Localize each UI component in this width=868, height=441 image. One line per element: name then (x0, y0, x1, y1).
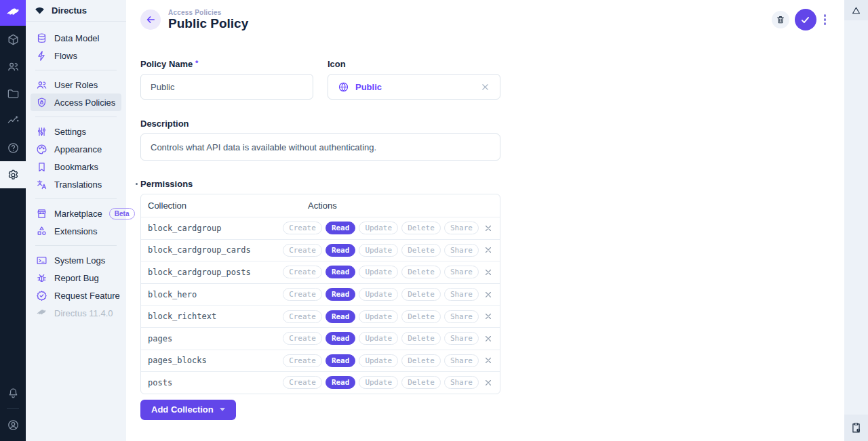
sidebar-item-data-model[interactable]: Data Model (31, 29, 121, 47)
beta-badge: Beta (109, 208, 135, 219)
remove-row-icon[interactable] (484, 312, 493, 321)
sidebar-item-translations[interactable]: Translations (31, 175, 121, 193)
action-chip-update[interactable]: Update (359, 244, 398, 257)
action-chip-update[interactable]: Update (359, 332, 398, 345)
action-chip-update[interactable]: Update (359, 376, 398, 389)
action-chip-share[interactable]: Share (444, 244, 479, 257)
action-chip-delete[interactable]: Delete (401, 310, 441, 323)
breadcrumb[interactable]: Access Policies (168, 9, 248, 16)
globe-icon (338, 81, 349, 93)
clipboard-clock-icon (850, 422, 862, 434)
remove-row-icon[interactable] (484, 224, 493, 233)
remove-row-icon[interactable] (484, 290, 493, 299)
action-chip-delete[interactable]: Delete (401, 266, 441, 278)
action-chip-share[interactable]: Share (444, 354, 479, 367)
action-chip-delete[interactable]: Delete (401, 376, 441, 389)
action-chip-read[interactable]: Read (326, 222, 356, 234)
notifications-button[interactable] (0, 379, 26, 406)
module-users[interactable] (0, 53, 26, 80)
database-icon (35, 32, 47, 44)
action-chip-create[interactable]: Create (283, 288, 322, 301)
more-options-button[interactable] (822, 12, 829, 28)
action-chip-read[interactable]: Read (326, 354, 356, 367)
action-chip-create[interactable]: Create (283, 376, 322, 389)
action-chip-update[interactable]: Update (359, 310, 398, 323)
module-insights[interactable] (0, 107, 26, 134)
action-chip-update[interactable]: Update (359, 266, 398, 278)
action-chip-update[interactable]: Update (359, 288, 398, 301)
action-chip-read[interactable]: Read (326, 288, 356, 301)
action-chip-read[interactable]: Read (326, 244, 356, 257)
sidebar-item-appearance[interactable]: Appearance (31, 140, 121, 158)
save-button[interactable] (795, 9, 816, 30)
action-chip-share[interactable]: Share (444, 288, 479, 301)
action-chip-share[interactable]: Share (444, 332, 479, 345)
sidebar-item-request-feature[interactable]: Request Feature (31, 287, 121, 304)
remove-row-icon[interactable] (484, 334, 493, 343)
icon-input[interactable]: Public (328, 74, 500, 100)
action-chip-create[interactable]: Create (283, 332, 322, 345)
action-chip-create[interactable]: Create (283, 266, 322, 278)
action-chip-read[interactable]: Read (326, 266, 356, 278)
description-input[interactable]: Controls what API data is available with… (140, 133, 500, 161)
sidebar-item-label: Flows (54, 51, 77, 61)
sidebar-item-marketplace[interactable]: Marketplace Beta (31, 205, 121, 222)
sidebar-item-extensions[interactable]: Extensions (31, 222, 121, 240)
policy-name-value: Public (151, 82, 174, 92)
sidebar-item-label: Request Feature (54, 291, 120, 301)
folder-icon (7, 87, 20, 100)
sidebar-section-toggle[interactable] (844, 0, 868, 20)
sidebar-item-report-bug[interactable]: Report Bug (31, 269, 121, 287)
sidebar-item-user-roles[interactable]: User Roles (31, 76, 121, 93)
action-chip-delete[interactable]: Delete (401, 354, 441, 367)
action-chip-create[interactable]: Create (283, 222, 322, 234)
action-chip-delete[interactable]: Delete (401, 244, 441, 257)
action-chip-share[interactable]: Share (444, 376, 479, 389)
main-content: Access Policies Public Policy (126, 0, 844, 441)
policy-name-input[interactable]: Public (140, 74, 313, 100)
action-chip-create[interactable]: Create (283, 310, 322, 323)
sidebar-item-access-policies[interactable]: Access Policies (31, 93, 121, 111)
action-chip-update[interactable]: Update (359, 222, 398, 234)
action-chip-delete[interactable]: Delete (401, 222, 441, 234)
action-chip-create[interactable]: Create (283, 354, 322, 367)
sidebar-item-flows[interactable]: Flows (31, 47, 121, 64)
project-chooser[interactable]: Directus (26, 0, 126, 22)
clear-icon-button[interactable] (480, 82, 490, 92)
action-chip-delete[interactable]: Delete (401, 288, 441, 301)
version-label: Directus 11.4.0 (54, 308, 113, 318)
module-content[interactable] (0, 26, 26, 53)
action-chip-create[interactable]: Create (283, 244, 322, 257)
sidebar-item-bookmarks[interactable]: Bookmarks (31, 158, 121, 175)
sidebar-item-system-logs[interactable]: System Logs (31, 251, 121, 269)
remove-row-icon[interactable] (484, 268, 493, 277)
sidebar-item-settings[interactable]: Settings (31, 123, 121, 140)
action-chip-delete[interactable]: Delete (401, 332, 441, 345)
action-chip-share[interactable]: Share (444, 222, 479, 234)
activity-drawer-button[interactable] (844, 415, 868, 441)
nav-sidebar: Directus Data Model Flows User Roles A (26, 0, 126, 441)
action-chip-update[interactable]: Update (359, 354, 398, 367)
back-button[interactable] (140, 9, 161, 30)
module-docs[interactable] (0, 134, 26, 161)
triangle-icon (850, 5, 862, 16)
action-chip-share[interactable]: Share (444, 266, 479, 278)
action-chip-read[interactable]: Read (326, 332, 356, 345)
add-collection-button[interactable]: Add Collection (140, 400, 236, 420)
rabbit-icon (5, 5, 20, 20)
module-files[interactable] (0, 80, 26, 107)
directus-logo[interactable] (0, 0, 26, 26)
remove-row-icon[interactable] (484, 356, 493, 365)
action-chip-read[interactable]: Read (326, 310, 356, 323)
dot (824, 14, 827, 17)
remove-row-icon[interactable] (484, 245, 493, 255)
remove-row-icon[interactable] (484, 378, 493, 387)
action-chip-read[interactable]: Read (326, 376, 356, 389)
account-button[interactable] (0, 411, 26, 438)
module-settings[interactable] (0, 161, 26, 188)
action-chip-share[interactable]: Share (444, 310, 479, 323)
delete-button[interactable] (772, 11, 789, 28)
rosette-check-icon (35, 289, 47, 301)
project-name: Directus (52, 5, 87, 16)
project-icon (34, 5, 45, 16)
